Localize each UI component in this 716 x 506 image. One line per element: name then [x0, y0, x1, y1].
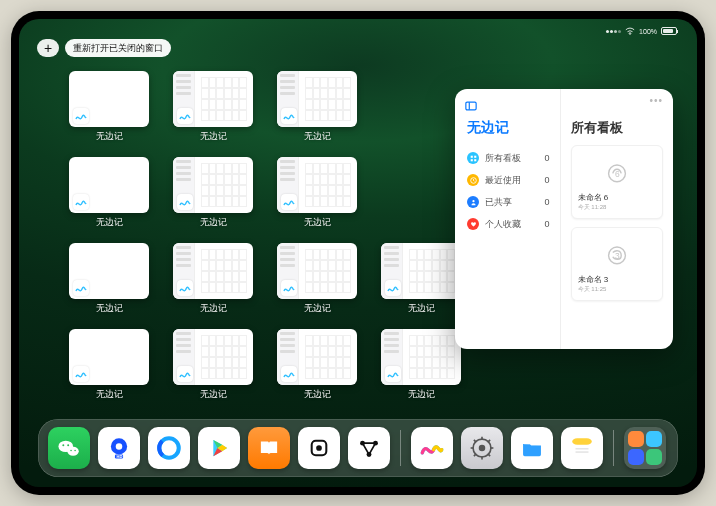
window-label: 无边记 [408, 302, 435, 315]
svg-rect-44 [572, 438, 592, 445]
board-card[interactable]: 6 未命名 6 今天 11:28 [571, 145, 663, 219]
window-label: 无边记 [200, 130, 227, 143]
board-subtitle: 今天 11:25 [578, 285, 656, 294]
svg-point-17 [74, 450, 76, 452]
dock-app-wechat[interactable] [48, 427, 90, 469]
freeform-badge-icon [73, 194, 89, 210]
window-label: 无边记 [200, 216, 227, 229]
dock-app-books[interactable] [248, 427, 290, 469]
freeform-badge-icon [281, 280, 297, 296]
freeform-badge-icon [385, 280, 401, 296]
freeform-badge-icon [73, 366, 89, 382]
window-label: 无边记 [304, 302, 331, 315]
window-thumbnail[interactable]: 无边记 [173, 157, 253, 229]
window-label: 无边记 [96, 216, 123, 229]
new-window-button[interactable]: + [37, 39, 59, 57]
svg-point-29 [316, 445, 322, 451]
sidebar-item-all-boards[interactable]: 所有看板 0 [467, 147, 550, 169]
window-thumbnail[interactable]: 无边记 [277, 329, 357, 401]
window-thumbnail[interactable]: 无边记 [69, 243, 149, 315]
reopen-closed-window-button[interactable]: 重新打开已关闭的窗口 [65, 39, 171, 57]
svg-line-38 [474, 440, 476, 442]
status-bar: 100% [19, 24, 697, 38]
window-label: 无边记 [96, 130, 123, 143]
freeform-badge-icon [281, 108, 297, 124]
svg-text:6: 6 [615, 169, 620, 179]
freeform-badge-icon [177, 366, 193, 382]
panel-sidebar: 无边记 所有看板 0 最近使用 0 已共享 0 个人收藏 0 [455, 89, 560, 349]
board-thumb-icon: 3 [578, 234, 656, 274]
window-thumbnail[interactable]: 无边记 [277, 243, 357, 315]
window-thumbnail[interactable]: 无边记 [173, 243, 253, 315]
window-thumbnail[interactable]: 无边记 [381, 243, 461, 315]
dock-app-hd-video[interactable]: HD [98, 427, 140, 469]
dock-app-settings[interactable] [461, 427, 503, 469]
svg-point-42 [479, 445, 486, 452]
window-label: 无边记 [200, 388, 227, 401]
board-thumb-icon: 6 [578, 152, 656, 192]
freeform-badge-icon [73, 108, 89, 124]
count-badge: 0 [545, 219, 550, 229]
dock-app-library[interactable] [624, 427, 666, 469]
board-name: 未命名 3 [578, 274, 656, 285]
svg-point-16 [70, 450, 72, 452]
favorites-icon [467, 218, 479, 230]
dock-divider [400, 430, 401, 466]
sidebar-toggle-icon[interactable] [465, 97, 477, 115]
window-label: 无边记 [304, 130, 331, 143]
svg-rect-5 [474, 159, 476, 161]
svg-point-13 [67, 447, 78, 456]
window-label: 无边记 [408, 388, 435, 401]
dock-app-freeform[interactable] [411, 427, 453, 469]
svg-rect-4 [470, 159, 472, 161]
sidebar-item-recent[interactable]: 最近使用 0 [467, 169, 550, 191]
window-label: 无边记 [200, 302, 227, 315]
board-card[interactable]: 3 未命名 3 今天 11:25 [571, 227, 663, 301]
cell-signal-icon [606, 30, 621, 33]
dock-app-notes[interactable] [561, 427, 603, 469]
more-options-icon[interactable]: ••• [649, 95, 663, 106]
svg-rect-2 [470, 155, 472, 157]
window-label: 无边记 [304, 216, 331, 229]
window-thumbnail[interactable]: 无边记 [173, 71, 253, 143]
wifi-icon [625, 27, 635, 35]
window-label: 无边记 [96, 388, 123, 401]
svg-line-39 [488, 454, 490, 456]
top-bar: + 重新打开已关闭的窗口 [37, 39, 171, 57]
freeform-badge-icon [177, 194, 193, 210]
dock-app-playstore[interactable] [198, 427, 240, 469]
sidebar-item-shared[interactable]: 已共享 0 [467, 191, 550, 213]
sidebar-item-favorites[interactable]: 个人收藏 0 [467, 213, 550, 235]
window-thumbnail[interactable]: 无边记 [69, 71, 149, 143]
window-thumbnail[interactable]: 无边记 [69, 329, 149, 401]
window-thumbnail[interactable]: 无边记 [69, 157, 149, 229]
window-thumbnail[interactable]: 无边记 [277, 157, 357, 229]
window-thumbnail[interactable]: 无边记 [381, 329, 461, 401]
freeform-badge-icon [177, 280, 193, 296]
freeform-badge-icon [73, 280, 89, 296]
board-name: 未命名 6 [578, 192, 656, 203]
panel-content: 所有看板 6 未命名 6 今天 11:28 3 未命名 3 今天 11:25 [560, 89, 673, 349]
svg-line-41 [474, 454, 476, 456]
dock-app-browser[interactable] [148, 427, 190, 469]
freeform-floating-window[interactable]: ••• 无边记 所有看板 0 最近使用 0 已共享 0 个人收藏 0 [455, 89, 673, 349]
svg-rect-3 [474, 155, 476, 157]
freeform-badge-icon [177, 108, 193, 124]
dock-app-cube[interactable] [298, 427, 340, 469]
dock-app-files[interactable] [511, 427, 553, 469]
count-badge: 0 [545, 197, 550, 207]
svg-point-7 [472, 200, 474, 202]
count-badge: 0 [545, 175, 550, 185]
dock-app-graph[interactable] [348, 427, 390, 469]
app-library-grid-icon [628, 431, 662, 465]
svg-point-15 [67, 444, 69, 446]
dock-divider [613, 430, 614, 466]
dock: HD [38, 419, 678, 477]
battery-pct: 100% [639, 28, 657, 35]
window-thumbnail[interactable]: 无边记 [277, 71, 357, 143]
ipad-device-frame: 100% + 重新打开已关闭的窗口 无边记 无边记 无边记 [11, 11, 705, 495]
window-thumbnail[interactable]: 无边记 [173, 329, 253, 401]
panel-section-title: 所有看板 [571, 119, 663, 137]
freeform-badge-icon [281, 366, 297, 382]
board-subtitle: 今天 11:28 [578, 203, 656, 212]
